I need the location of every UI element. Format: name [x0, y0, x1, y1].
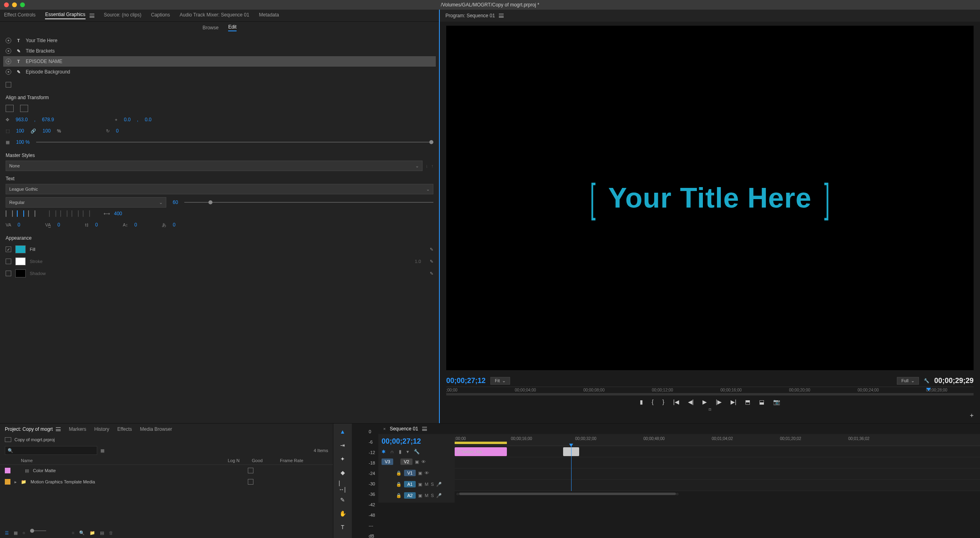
layer-row[interactable]: ✎ Title Brackets [3, 46, 436, 56]
fill-swatch[interactable] [15, 245, 26, 253]
resolution-dropdown[interactable]: Full⌄ [897, 377, 919, 385]
voice-over-icon[interactable]: 🎤 [436, 482, 442, 487]
toggle-output-icon[interactable]: ▣ [418, 493, 422, 498]
link-scale-icon[interactable]: 🔗 [31, 128, 36, 134]
voice-over-icon[interactable]: 🎤 [436, 493, 442, 498]
layer-row-selected[interactable]: T EPISODE NAME [3, 56, 436, 67]
font-family-dropdown[interactable]: League Gothic ⌄ [6, 184, 433, 194]
tracking-value[interactable]: 400 [114, 211, 122, 216]
layer-row[interactable]: ✎ Episode Background [3, 67, 436, 77]
eyedropper-icon[interactable]: ✎ [430, 271, 433, 276]
wrench-icon[interactable]: 🔧 [414, 449, 420, 454]
scale-h[interactable]: 100 [43, 128, 51, 134]
justify-right-icon[interactable] [71, 210, 79, 217]
work-area-bar[interactable] [455, 442, 507, 444]
tab-markers[interactable]: Markers [69, 426, 86, 432]
col-good[interactable]: Good [252, 458, 280, 463]
project-search-input[interactable]: 🔍 [5, 446, 97, 455]
justify-full-icon[interactable] [83, 210, 90, 217]
visibility-toggle-icon[interactable] [6, 48, 11, 54]
mark-out-button[interactable]: } [662, 399, 664, 405]
tab-audio-mixer[interactable]: Audio Track Mixer: Sequence 01 [180, 12, 249, 19]
visibility-toggle-icon[interactable] [6, 38, 11, 43]
toggle-sync-lock-icon[interactable]: 👁 [421, 459, 426, 464]
tsume-value[interactable]: 0 [134, 222, 137, 228]
playhead-icon[interactable] [926, 388, 931, 396]
tab-media-browser[interactable]: Media Browser [140, 426, 172, 432]
list-view-icon[interactable]: ☰ [5, 530, 9, 536]
tab-source[interactable]: Source: (no clips) [104, 12, 141, 19]
maximize-window-button[interactable] [20, 2, 25, 7]
step-back-button[interactable]: ◀| [688, 399, 694, 405]
anchor-y[interactable]: 0.0 [145, 117, 151, 122]
align-vertical-icon[interactable] [20, 105, 28, 112]
zoom-in-handle[interactable]: ○ [676, 491, 679, 496]
toggle-output-icon[interactable]: ▣ [418, 471, 422, 476]
freeform-view-icon[interactable]: ○ [22, 530, 25, 536]
video-track-v1[interactable] [455, 457, 980, 469]
track-header-v3[interactable]: V3 V2 ▣ 👁 [382, 456, 451, 467]
current-timecode[interactable]: 00;00;27;12 [446, 377, 486, 385]
thumbnail-size-slider[interactable] [30, 530, 46, 531]
razor-tool-icon[interactable]: ◆ [339, 469, 347, 477]
add-marker-button[interactable]: ▮ [640, 399, 643, 405]
close-window-button[interactable] [4, 2, 9, 7]
new-bin-icon[interactable]: 📁 [90, 530, 95, 536]
go-to-in-button[interactable]: |◀ [673, 399, 679, 405]
track-header-a2[interactable]: 🔒 A2 ▣ M S 🎤 [382, 490, 451, 501]
leading-value[interactable]: 0 [57, 222, 60, 228]
rotation-value[interactable]: 0 [116, 128, 119, 134]
responsive-design-icon[interactable] [6, 82, 11, 88]
zoom-out-handle[interactable]: ○ [456, 491, 459, 496]
font-weight-dropdown[interactable]: Regular ⌄ [6, 197, 166, 208]
tab-captions[interactable]: Captions [151, 12, 170, 19]
align-right-icon[interactable] [28, 210, 35, 217]
timeline-settings-icon[interactable]: ▾ [406, 449, 409, 454]
subtab-edit[interactable]: Edit [228, 24, 237, 31]
eyedropper-icon[interactable]: ✎ [430, 247, 433, 252]
timeline-tracks-area[interactable]: ;00;00 00;00;16;00 00;00;32;00 00;00;48;… [455, 434, 980, 503]
linked-selection-icon[interactable]: ∩ [390, 449, 394, 454]
slip-tool-icon[interactable]: |↔| [339, 482, 347, 490]
type-tool-icon[interactable]: T [339, 523, 347, 531]
col-name[interactable]: Name [21, 458, 228, 463]
export-frame-button[interactable]: 📷 [773, 399, 780, 405]
toggle-output-icon[interactable]: ▣ [418, 482, 422, 487]
find-icon[interactable]: 🔍 [79, 530, 85, 536]
audio-track-a2[interactable] [455, 480, 980, 491]
bin-icon[interactable] [5, 437, 11, 442]
master-style-dropdown[interactable]: None ⌄ [6, 161, 423, 171]
tab-history[interactable]: History [94, 426, 109, 432]
add-marker-icon[interactable]: ▮ [399, 449, 402, 454]
lift-button[interactable]: ⬒ [745, 399, 750, 405]
play-button[interactable]: ▶ [702, 399, 707, 405]
position-y[interactable]: 678.9 [42, 117, 54, 122]
project-item-row[interactable]: ▸ 📁 Motion Graphics Template Media [0, 476, 333, 487]
track-target[interactable]: V2 [400, 459, 412, 465]
toggle-output-icon[interactable]: ▣ [415, 459, 419, 465]
anchor-x[interactable]: 0.0 [124, 117, 131, 122]
align-horizontal-icon[interactable] [6, 105, 14, 112]
baseline-value[interactable]: 0 [95, 222, 98, 228]
program-ruler[interactable]: ;00;00 00;00;04;00 00;00;08;00 00;00;12;… [446, 387, 974, 396]
video-track-v2[interactable]: @Twitter_Ha [455, 446, 980, 457]
push-style-icon[interactable]: ↓ [426, 163, 428, 168]
track-select-tool-icon[interactable]: ⇥ [339, 441, 347, 449]
timeline-zoom-scrollbar[interactable] [459, 493, 676, 495]
pull-style-icon[interactable]: ↑ [431, 163, 434, 168]
track-label[interactable]: V1 [404, 470, 416, 476]
eyedropper-icon[interactable]: ✎ [430, 259, 433, 264]
track-header-a1[interactable]: 🔒 A1 ▣ M S 🎤 [382, 479, 451, 490]
panel-menu-icon[interactable] [422, 427, 427, 431]
mute-button[interactable]: M [425, 493, 428, 498]
subtab-browse[interactable]: Browse [202, 25, 218, 31]
col-framerate[interactable]: Frame Rate [280, 458, 328, 463]
timeline-timecode[interactable]: 00;00;27;12 [382, 436, 451, 447]
toggle-sync-lock-icon[interactable]: 👁 [425, 471, 429, 475]
good-checkbox[interactable] [248, 468, 253, 473]
scale-w[interactable]: 100 [16, 128, 24, 134]
align-center-icon[interactable] [17, 210, 24, 217]
tab-essential-graphics[interactable]: Essential Graphics [45, 12, 85, 19]
minimize-window-button[interactable] [12, 2, 17, 7]
add-button[interactable]: + [970, 412, 974, 419]
